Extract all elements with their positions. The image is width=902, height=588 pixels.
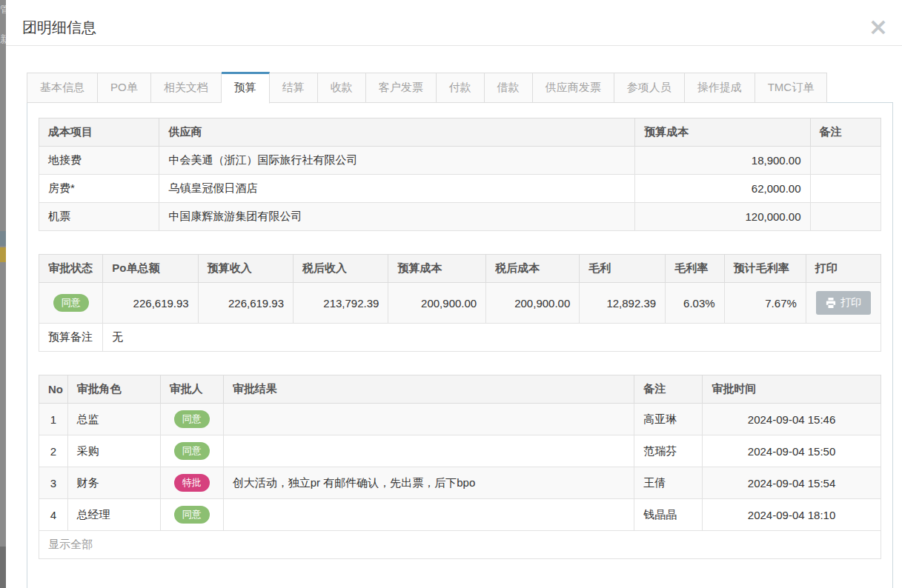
cost-item: 地接费 [39, 147, 159, 175]
table-row: 同意 226,619.93 226,619.93 213,792.39 200,… [39, 283, 881, 324]
col-est-gross-margin: 预计毛利率 [724, 255, 806, 283]
tab-loan[interactable]: 借款 [485, 73, 533, 103]
approver-name: 高亚琳 [634, 404, 703, 435]
approver-role: 采购 [67, 435, 160, 467]
tab-customer-invoice[interactable]: 客户发票 [366, 73, 437, 103]
col-approver-role: 审批角色 [67, 375, 160, 404]
show-all-link[interactable]: 显示全部 [39, 531, 881, 559]
approval-result [223, 499, 634, 531]
col-after-tax-cost: 税后成本 [486, 255, 580, 283]
group-detail-modal: 团明细信息 × 基本信息 PO单 相关文档 预算 结算 收款 客户发票 付款 借… [6, 0, 902, 588]
note [810, 147, 881, 175]
col-approval-status: 审批状态 [39, 255, 103, 283]
budget-cost: 62,000.00 [635, 175, 810, 203]
col-supplier: 供应商 [159, 118, 635, 147]
tab-supplier-invoice[interactable]: 供应商发票 [533, 73, 614, 103]
table-row: 机票 中国康辉旅游集团有限公司 120,000.00 [39, 203, 881, 231]
row-no: 1 [39, 404, 68, 435]
col-gross-profit: 毛利 [580, 255, 666, 283]
row-no: 2 [39, 435, 68, 467]
modal-title: 团明细信息 [22, 18, 96, 38]
est-gross-margin: 7.67% [724, 283, 806, 324]
tab-budget[interactable]: 预算 [222, 72, 270, 104]
budget-tab-panel: 成本项目 供应商 预算成本 备注 地接费 中会美通（浙江）国际旅行社有限公司 1… [27, 102, 893, 588]
status-badge: 同意 [53, 294, 89, 312]
printer-icon [826, 298, 836, 308]
table-row: 4 总经理 同意 钱晶晶 2024-09-04 18:10 [39, 499, 881, 531]
tab-operation-commission[interactable]: 操作提成 [685, 73, 755, 103]
approver-role: 财务 [67, 467, 160, 499]
col-approver: 审批人 [160, 375, 223, 404]
col-cost-item: 成本项目 [39, 118, 159, 147]
col-budget-cost: 预算成本 [388, 255, 486, 283]
budget-remark-row: 预算备注 无 [39, 324, 881, 352]
table-row: 地接费 中会美通（浙江）国际旅行社有限公司 18,900.00 [39, 147, 881, 175]
cost-items-table: 成本项目 供应商 预算成本 备注 地接费 中会美通（浙江）国际旅行社有限公司 1… [39, 118, 881, 231]
approval-time: 2024-09-04 15:50 [703, 435, 881, 467]
background-page-strip: 管 新 [0, 0, 6, 588]
budget-cost: 18,900.00 [635, 147, 810, 175]
cost-item: 房费* [39, 175, 159, 203]
col-gross-margin: 毛利率 [666, 255, 725, 283]
row-no: 3 [39, 467, 68, 499]
gross-profit: 12,892.39 [580, 283, 666, 324]
supplier: 中会美通（浙江）国际旅行社有限公司 [159, 147, 635, 175]
approval-result [223, 404, 634, 435]
tab-payment[interactable]: 付款 [437, 73, 485, 103]
backdrop-band [0, 247, 6, 262]
col-note: 备注 [810, 118, 881, 147]
backdrop-text-fragment: 新 [0, 33, 6, 46]
col-no: No [39, 375, 68, 404]
note [810, 203, 881, 231]
tab-receipts[interactable]: 收款 [318, 73, 366, 103]
col-approval-result: 审批结果 [223, 375, 634, 404]
approver-name: 范瑞芬 [634, 435, 703, 467]
approver-name: 王倩 [634, 467, 703, 499]
tab-settlement[interactable]: 结算 [270, 73, 318, 103]
col-budget-cost: 预算成本 [635, 118, 810, 147]
col-approval-time: 审批时间 [703, 375, 881, 404]
col-print: 打印 [806, 255, 881, 283]
after-tax-cost: 200,900.00 [486, 283, 580, 324]
approver-role: 总监 [67, 404, 160, 435]
close-icon[interactable]: × [865, 13, 892, 40]
approval-badge: 特批 [174, 474, 210, 492]
budget-remark-value: 无 [103, 324, 881, 352]
approver-name: 钱晶晶 [634, 499, 703, 531]
tab-related-docs[interactable]: 相关文档 [151, 73, 222, 103]
print-button-label: 打印 [840, 296, 861, 310]
approval-result [223, 435, 634, 467]
approver-role: 总经理 [67, 499, 160, 531]
table-row: 1 总监 同意 高亚琳 2024-09-04 15:46 [39, 404, 881, 435]
budget-cost: 200,900.00 [388, 283, 486, 324]
po-total: 226,619.93 [103, 283, 198, 324]
tab-participants[interactable]: 参项人员 [614, 73, 685, 103]
budget-remark-label: 预算备注 [39, 324, 103, 352]
supplier: 中国康辉旅游集团有限公司 [159, 203, 635, 231]
tab-tmc-order[interactable]: TMC订单 [755, 73, 828, 103]
modal-header: 团明细信息 × [6, 0, 902, 46]
backdrop-band [0, 231, 6, 246]
approval-time: 2024-09-04 15:54 [703, 467, 881, 499]
budget-cost: 120,000.00 [635, 203, 810, 231]
approval-time: 2024-09-04 15:46 [703, 404, 881, 435]
show-all-row: 显示全部 [39, 531, 881, 559]
after-tax-income: 213,792.39 [294, 283, 388, 324]
cost-item: 机票 [39, 203, 159, 231]
supplier: 乌镇皇冠假日酒店 [159, 175, 635, 203]
tab-bar: 基本信息 PO单 相关文档 预算 结算 收款 客户发票 付款 借款 供应商发票 … [27, 72, 893, 103]
col-after-tax-income: 税后收入 [294, 255, 388, 283]
budget-income: 226,619.93 [198, 283, 293, 324]
approval-result: 创大活动，独立pr 有邮件确认，先出票，后下bpo [223, 467, 634, 499]
col-po-total: Po单总额 [103, 255, 198, 283]
col-budget-income: 预算收入 [198, 255, 293, 283]
tab-po[interactable]: PO单 [98, 73, 151, 103]
note [810, 175, 881, 203]
table-row: 房费* 乌镇皇冠假日酒店 62,000.00 [39, 175, 881, 203]
tab-basic-info[interactable]: 基本信息 [27, 73, 98, 103]
approval-time: 2024-09-04 18:10 [703, 499, 881, 531]
backdrop-band [0, 547, 6, 588]
approval-badge: 同意 [174, 410, 210, 428]
approval-history-table: No 审批角色 审批人 审批结果 备注 审批时间 1 总监 同意 高亚琳 [39, 375, 881, 559]
print-button[interactable]: 打印 [816, 291, 871, 315]
